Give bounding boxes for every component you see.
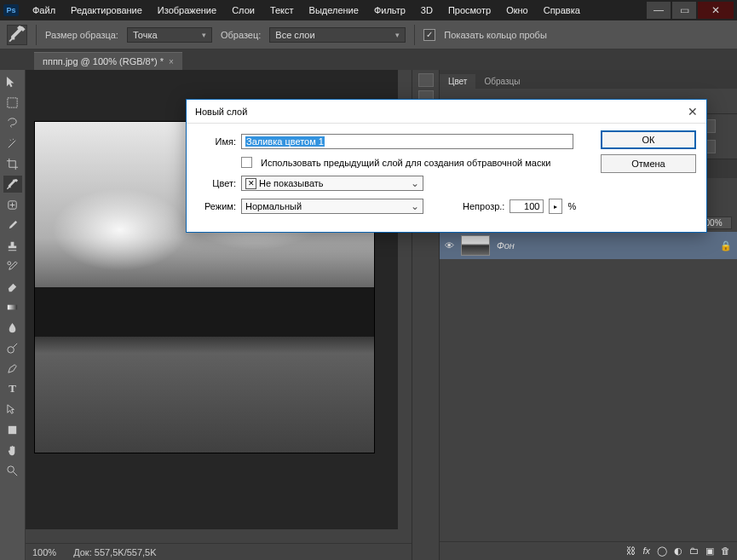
menu-text[interactable]: Текст <box>263 3 301 18</box>
layer-thumbnail[interactable] <box>461 235 490 256</box>
menu-help[interactable]: Справка <box>537 3 587 18</box>
collapsed-panel-icon[interactable] <box>418 73 434 87</box>
clip-checkbox[interactable] <box>241 157 252 168</box>
new-layer-icon[interactable]: ▣ <box>705 546 714 557</box>
gradient-tool[interactable] <box>3 298 22 315</box>
mask-icon[interactable]: ◯ <box>657 546 667 557</box>
mode-value: Нормальный <box>245 201 302 211</box>
wand-tool[interactable] <box>3 135 22 152</box>
tools-panel: T <box>0 70 26 560</box>
group-icon[interactable]: 🗀 <box>689 546 699 557</box>
zoom-level[interactable]: 100% <box>32 547 56 557</box>
zoom-tool[interactable] <box>3 462 22 479</box>
fx-icon[interactable]: fx <box>642 546 650 557</box>
link-layers-icon[interactable]: ⛓ <box>626 546 636 557</box>
healing-tool[interactable] <box>3 196 22 213</box>
sample-size-label: Размер образца: <box>45 30 118 40</box>
history-brush-tool[interactable] <box>3 257 22 274</box>
maximize-button[interactable]: ▭ <box>672 2 696 19</box>
opacity-input[interactable]: 100 <box>510 199 544 213</box>
app-logo: Ps <box>3 4 19 16</box>
dialog-titlebar[interactable]: Новый слой ✕ <box>187 100 706 124</box>
ok-button[interactable]: ОК <box>601 130 696 149</box>
cancel-button[interactable]: Отмена <box>601 154 696 173</box>
divider <box>414 25 415 45</box>
svg-rect-0 <box>8 97 17 107</box>
dialog-title: Новый слой <box>195 107 247 117</box>
lasso-tool[interactable] <box>3 114 22 131</box>
menu-filter[interactable]: Фильтр <box>367 3 412 18</box>
svg-rect-5 <box>9 425 16 433</box>
eraser-tool[interactable] <box>3 278 22 295</box>
layers-footer: ⛓ fx ◯ ◐ 🗀 ▣ 🗑 <box>440 541 737 560</box>
options-bar: Размер образца: Точка Образец: Все слои … <box>0 20 737 49</box>
path-select-tool[interactable] <box>3 401 22 418</box>
dodge-tool[interactable] <box>3 339 22 356</box>
name-field-label: Имя: <box>197 136 236 147</box>
document-tab-title: пппп.jpg @ 100% (RGB/8*) * <box>43 56 164 66</box>
dialog-close-button[interactable]: ✕ <box>688 105 698 118</box>
tool-preset-picker[interactable] <box>7 25 27 45</box>
type-tool[interactable]: T <box>3 380 22 397</box>
menu-layers[interactable]: Слои <box>225 3 262 18</box>
titlebar: Ps Файл Редактирование Изображение Слои … <box>0 0 737 20</box>
menu-edit[interactable]: Редактирование <box>64 3 149 18</box>
doc-size[interactable]: Док: 557,5K/557,5K <box>73 547 156 557</box>
image-content <box>35 287 374 337</box>
pen-tool[interactable] <box>3 360 22 377</box>
sample-size-dropdown[interactable]: Точка <box>127 27 212 43</box>
show-ring-checkbox[interactable]: ✓ <box>423 29 435 41</box>
crop-tool[interactable] <box>3 155 22 172</box>
document-tab[interactable]: пппп.jpg @ 100% (RGB/8*) * × <box>34 52 182 70</box>
status-bar: 100% Док: 557,5K/557,5K <box>26 543 412 560</box>
svg-point-2 <box>8 261 11 264</box>
minimize-button[interactable]: — <box>647 2 671 19</box>
window-buttons: — ▭ ✕ <box>645 2 734 19</box>
document-tab-close[interactable]: × <box>169 57 174 66</box>
fill-adjust-icon[interactable]: ◐ <box>674 546 682 557</box>
menu-file[interactable]: Файл <box>26 3 62 18</box>
document-tab-row: пппп.jpg @ 100% (RGB/8*) * × <box>0 49 737 70</box>
horizontal-scrollbar[interactable] <box>26 529 398 543</box>
mode-dropdown[interactable]: Нормальный <box>241 199 423 214</box>
move-tool[interactable] <box>3 73 22 90</box>
color-field-label: Цвет: <box>197 178 236 188</box>
svg-rect-3 <box>8 304 17 309</box>
color-panel-tabs: Цвет Образцы <box>440 70 737 89</box>
layer-name[interactable]: Фон <box>497 240 515 251</box>
marquee-tool[interactable] <box>3 94 22 111</box>
menu-image[interactable]: Изображение <box>151 3 223 18</box>
color-value: Не показывать <box>259 178 324 188</box>
eyedropper-icon <box>8 26 26 44</box>
eyedropper-tool[interactable] <box>3 176 22 193</box>
sample-size-value: Точка <box>133 30 158 40</box>
brush-tool[interactable] <box>3 216 22 234</box>
percent-label: % <box>567 201 576 211</box>
color-tab[interactable]: Цвет <box>440 74 475 89</box>
divider <box>36 25 37 45</box>
menu-view[interactable]: Просмотр <box>441 3 498 18</box>
none-swatch-icon: ✕ <box>245 178 256 189</box>
close-button[interactable]: ✕ <box>698 2 734 19</box>
sample-value: Все слои <box>275 30 314 40</box>
color-dropdown[interactable]: ✕ Не показывать <box>241 176 423 191</box>
svg-point-4 <box>8 346 14 353</box>
hand-tool[interactable] <box>3 442 22 459</box>
delete-layer-icon[interactable]: 🗑 <box>721 546 730 557</box>
shape-tool[interactable] <box>3 421 22 438</box>
blur-tool[interactable] <box>3 319 22 336</box>
mode-field-label: Режим: <box>197 201 236 211</box>
new-layer-dialog: Новый слой ✕ Имя: Заливка цветом 1 Испол… <box>186 99 707 233</box>
swatches-tab[interactable]: Образцы <box>475 74 528 89</box>
menu-window[interactable]: Окно <box>499 3 535 18</box>
layer-row-background[interactable]: 👁 Фон 🔒 <box>440 232 737 259</box>
stamp-tool[interactable] <box>3 237 22 254</box>
opacity-flyout-button[interactable]: ▸ <box>549 199 562 214</box>
visibility-icon[interactable]: 👁 <box>445 240 454 251</box>
menu-select[interactable]: Выделение <box>302 3 366 18</box>
menubar: Файл Редактирование Изображение Слои Тек… <box>26 3 645 18</box>
sample-label: Образец: <box>221 30 261 40</box>
name-input[interactable]: Заливка цветом 1 <box>241 134 573 149</box>
sample-dropdown[interactable]: Все слои <box>269 27 406 43</box>
menu-3d[interactable]: 3D <box>414 3 440 18</box>
